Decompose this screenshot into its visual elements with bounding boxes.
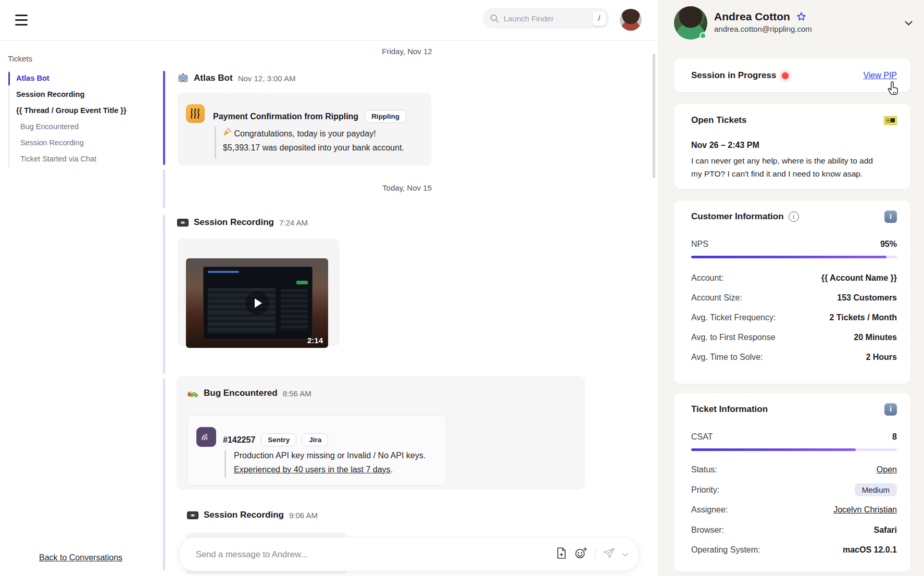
customer-detail-panel: Andrea Cotton andrea.cotton@rippling.com… xyxy=(658,0,924,576)
view-pip-link[interactable]: View PIP xyxy=(863,71,897,80)
sentry-logo-icon xyxy=(196,427,216,447)
csat-progress-track xyxy=(691,448,897,451)
info-emoji-icon: i xyxy=(884,403,897,416)
bug-ticket-id: #142257 xyxy=(223,435,255,445)
sidebar-item-ticket-started[interactable]: Ticket Started via Chat xyxy=(9,151,139,167)
ticket-list: Atlas Bot Session Recording {{ Thread / … xyxy=(8,70,139,167)
info-row-label: Browser: xyxy=(691,525,724,535)
sidebar-item-atlas-bot[interactable]: Atlas Bot xyxy=(9,70,139,86)
online-status-dot xyxy=(700,32,706,39)
sender-name: Bug Encountered xyxy=(204,388,278,398)
payment-quote: Congratulations, today is your payday! $… xyxy=(223,127,404,155)
info-row-label: Priority: xyxy=(691,485,719,495)
bug-quote: Production API key missing or Invalid / … xyxy=(234,448,426,477)
message-composer[interactable] xyxy=(179,537,639,571)
ticket-information-card: Ticket Information i CSAT 8 Status:Open … xyxy=(674,393,910,572)
star-icon[interactable] xyxy=(796,12,806,21)
message-header: Session Recording 9:06 AM xyxy=(187,509,318,521)
message-time: 7:24 AM xyxy=(279,218,308,227)
tickets-sidebar: Tickets Atlas Bot Session Recording {{ T… xyxy=(0,41,156,576)
info-emoji-icon: i xyxy=(884,210,897,223)
quote-bar xyxy=(215,127,216,159)
sidebar-item-session-recording[interactable]: Session Recording xyxy=(9,86,139,103)
nps-progress-fill xyxy=(691,256,886,258)
sentry-bug-card[interactable]: #142257 Sentry Jira Production API key m… xyxy=(187,415,447,486)
send-options-chevron-icon[interactable] xyxy=(622,549,628,559)
info-row-label: Account Size: xyxy=(691,293,742,303)
message-time: 8:56 AM xyxy=(283,389,311,398)
add-emoji-icon[interactable] xyxy=(575,547,588,561)
ticket-info-title: Ticket Information xyxy=(691,404,768,415)
search-placeholder: Launch Finder xyxy=(504,14,592,23)
csat-label: CSAT xyxy=(691,432,713,442)
info-row-label: Avg. to First Response xyxy=(691,333,776,342)
date-divider: Friday, Nov 12 xyxy=(156,47,658,56)
video-thumbnail[interactable]: 2:14 xyxy=(186,258,328,348)
session-card: Session in Progress View PIP xyxy=(674,59,910,92)
nps-value: 95% xyxy=(880,240,897,249)
info-row-value: {{ Account Name }} xyxy=(821,273,897,283)
video-duration: 2:14 xyxy=(307,336,323,345)
quote-bar xyxy=(224,450,226,478)
priority-badge[interactable]: Medium xyxy=(855,483,897,496)
customer-information-card: Customer Information i i NPS 95% Account… xyxy=(674,201,910,384)
chat-scrollbar[interactable] xyxy=(653,54,655,178)
search-input[interactable]: Launch Finder / xyxy=(483,8,609,29)
info-row-value: Safari xyxy=(874,525,897,535)
robot-icon xyxy=(177,72,189,84)
nps-progress-track xyxy=(691,256,897,258)
csat-value: 8 xyxy=(892,432,897,442)
collapse-panel-chevron-icon[interactable] xyxy=(905,21,913,26)
jira-badge[interactable]: Jira xyxy=(302,433,328,446)
info-row-label: Avg. Ticket Frequency: xyxy=(691,313,776,322)
info-row-label: Operating System: xyxy=(691,545,760,555)
sender-name: Atlas Bot xyxy=(194,73,233,83)
info-row-value: macOS 12.0.1 xyxy=(843,545,897,555)
sentry-badge[interactable]: Sentry xyxy=(261,433,296,446)
thread-rail-active xyxy=(163,71,165,165)
back-to-conversations-link[interactable]: Back to Conversations xyxy=(39,553,122,562)
play-button[interactable] xyxy=(245,291,269,315)
info-row-value: 2 Hours xyxy=(866,353,897,362)
sidebar-section-label: Tickets xyxy=(8,54,32,63)
ticket-icon xyxy=(884,116,897,125)
composer-input[interactable] xyxy=(196,549,556,559)
party-popper-icon xyxy=(223,129,232,138)
session-title: Session in Progress xyxy=(691,70,776,81)
sidebar-item-session-recording-2[interactable]: Session Recording xyxy=(9,135,139,151)
affected-users-link[interactable]: Experienced by 40 users in the last 7 da… xyxy=(234,465,391,474)
info-row-value: 153 Customers xyxy=(837,293,897,303)
date-divider: Today, Nov 15 xyxy=(156,183,658,192)
rippling-payment-card[interactable]: Payment Confirmation from Rippling Rippl… xyxy=(178,93,431,166)
csat-progress-fill xyxy=(691,448,856,451)
assignee-link[interactable]: Jocelyn Christian xyxy=(833,505,897,515)
payment-card-title: Payment Confirmation from Rippling xyxy=(213,112,358,121)
top-nav: Launch Finder / xyxy=(0,0,658,41)
info-circle-icon[interactable]: i xyxy=(789,211,799,222)
send-icon[interactable] xyxy=(603,547,615,561)
thread-rail xyxy=(163,215,165,374)
open-tickets-title: Open Tickets xyxy=(691,115,746,126)
sender-name: Session Recording xyxy=(204,510,284,520)
nps-label: NPS xyxy=(691,240,708,249)
message-header: Atlas Bot Nov 12, 3:00 AM xyxy=(177,72,296,84)
shortcut-key: / xyxy=(592,11,606,26)
nav-user-avatar[interactable] xyxy=(620,9,642,31)
message-header: Session Recording 7:24 AM xyxy=(177,217,308,228)
info-row-label: Status: xyxy=(691,465,717,474)
status-open-link[interactable]: Open xyxy=(877,465,897,474)
session-recording-card: 2:14 xyxy=(178,239,340,346)
sidebar-item-bug-encountered[interactable]: Bug Encountered xyxy=(9,119,139,135)
open-tickets-card: Open Tickets Nov 26 – 2:43 PM I can neve… xyxy=(674,104,910,189)
rippling-badge[interactable]: Rippling xyxy=(365,110,406,123)
hand-cursor-icon xyxy=(886,81,900,97)
customer-info-title: Customer Information xyxy=(691,211,784,222)
hamburger-menu-icon[interactable] xyxy=(15,15,28,26)
sidebar-item-thread-title[interactable]: {{ Thread / Group Event Title }} xyxy=(9,103,139,119)
rippling-logo-icon xyxy=(186,104,205,123)
info-row-label: Account: xyxy=(691,273,723,283)
message-time: 9:06 AM xyxy=(289,511,318,520)
chat-thread: Friday, Nov 12 Atlas Bot Nov 12, 3:00 AM… xyxy=(156,41,658,576)
attach-file-icon[interactable] xyxy=(556,547,567,561)
vhs-cassette-icon xyxy=(177,217,189,228)
